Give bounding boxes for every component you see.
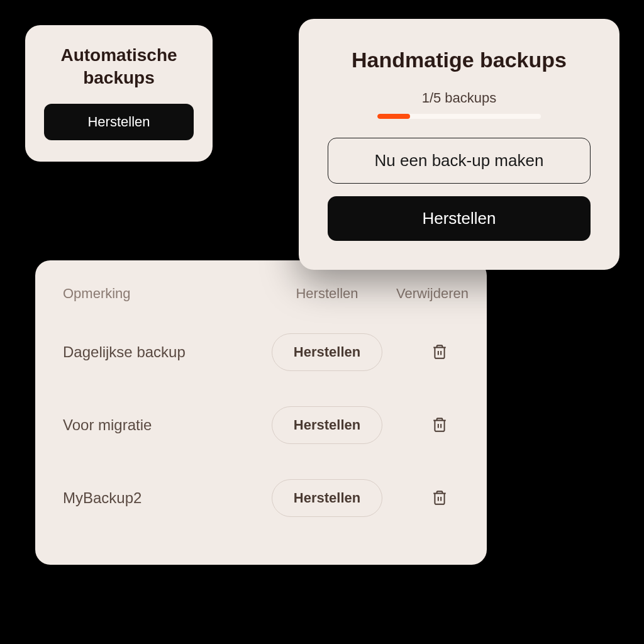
row-restore-button[interactable]: Herstellen xyxy=(272,479,382,517)
backup-now-button[interactable]: Nu een back-up maken xyxy=(328,138,591,184)
row-note: Voor migratie xyxy=(63,416,258,434)
trash-icon xyxy=(431,425,448,435)
table-row: Voor migratie Herstellen xyxy=(63,406,459,444)
table-header: Opmerking Herstellen Verwijderen xyxy=(63,286,459,302)
row-delete-button[interactable] xyxy=(428,413,452,438)
auto-backups-title: Automatische backups xyxy=(44,44,194,90)
auto-backups-card: Automatische backups Herstellen xyxy=(25,25,213,162)
row-note: Dagelijkse backup xyxy=(63,343,258,361)
backup-quota-progress xyxy=(377,114,541,119)
trash-icon xyxy=(431,498,448,508)
table-row: MyBackup2 Herstellen xyxy=(63,479,459,517)
row-restore-button[interactable]: Herstellen xyxy=(272,333,382,371)
row-note: MyBackup2 xyxy=(63,489,258,507)
manual-backups-title: Handmatige backups xyxy=(328,48,591,72)
header-delete: Verwijderen xyxy=(396,286,476,302)
backup-quota-progress-fill xyxy=(377,114,410,119)
header-restore: Herstellen xyxy=(258,286,396,302)
manual-backups-card: Handmatige backups 1/5 backups Nu een ba… xyxy=(299,19,619,270)
manual-restore-button[interactable]: Herstellen xyxy=(328,196,591,241)
table-row: Dagelijkse backup Herstellen xyxy=(63,333,459,371)
auto-restore-button[interactable]: Herstellen xyxy=(44,104,194,140)
row-delete-button[interactable] xyxy=(428,486,452,511)
row-delete-button[interactable] xyxy=(428,340,452,365)
row-restore-button[interactable]: Herstellen xyxy=(272,406,382,444)
backup-list-card: Opmerking Herstellen Verwijderen Dagelij… xyxy=(35,260,487,565)
header-note: Opmerking xyxy=(63,286,258,302)
backup-quota-text: 1/5 backups xyxy=(328,90,591,106)
trash-icon xyxy=(431,352,448,362)
